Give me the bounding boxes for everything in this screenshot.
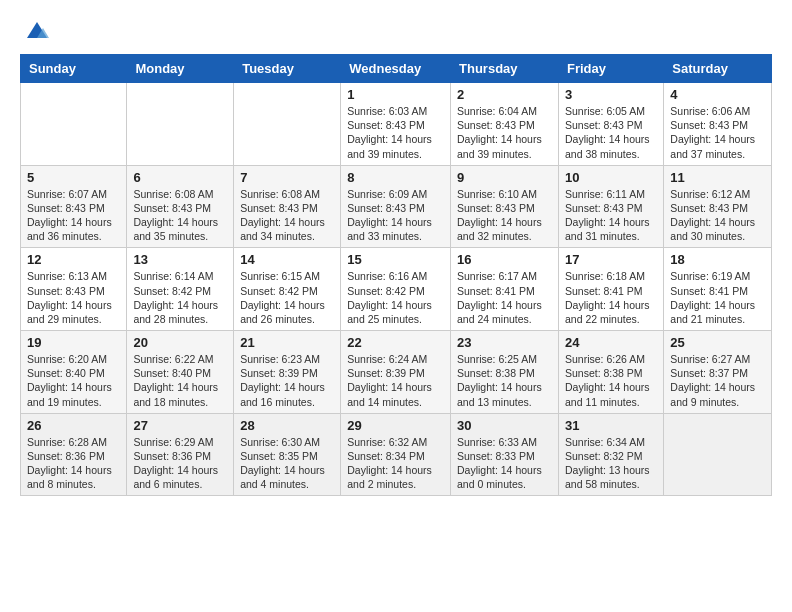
calendar-cell: 6Sunrise: 6:08 AMSunset: 8:43 PMDaylight… (127, 165, 234, 248)
day-info: Sunrise: 6:12 AMSunset: 8:43 PMDaylight:… (670, 187, 765, 244)
calendar-cell: 7Sunrise: 6:08 AMSunset: 8:43 PMDaylight… (234, 165, 341, 248)
day-info: Sunrise: 6:26 AMSunset: 8:38 PMDaylight:… (565, 352, 657, 409)
day-info: Sunrise: 6:24 AMSunset: 8:39 PMDaylight:… (347, 352, 444, 409)
day-info: Sunrise: 6:03 AMSunset: 8:43 PMDaylight:… (347, 104, 444, 161)
day-info: Sunrise: 6:06 AMSunset: 8:43 PMDaylight:… (670, 104, 765, 161)
calendar-cell: 1Sunrise: 6:03 AMSunset: 8:43 PMDaylight… (341, 83, 451, 166)
calendar-cell: 12Sunrise: 6:13 AMSunset: 8:43 PMDayligh… (21, 248, 127, 331)
day-number: 9 (457, 170, 552, 185)
day-number: 25 (670, 335, 765, 350)
week-row-4: 19Sunrise: 6:20 AMSunset: 8:40 PMDayligh… (21, 331, 772, 414)
day-number: 11 (670, 170, 765, 185)
calendar-cell: 11Sunrise: 6:12 AMSunset: 8:43 PMDayligh… (664, 165, 772, 248)
day-number: 7 (240, 170, 334, 185)
day-info: Sunrise: 6:14 AMSunset: 8:42 PMDaylight:… (133, 269, 227, 326)
weekday-header-monday: Monday (127, 55, 234, 83)
day-info: Sunrise: 6:07 AMSunset: 8:43 PMDaylight:… (27, 187, 120, 244)
day-info: Sunrise: 6:34 AMSunset: 8:32 PMDaylight:… (565, 435, 657, 492)
weekday-header-row: SundayMondayTuesdayWednesdayThursdayFrid… (21, 55, 772, 83)
calendar-cell (21, 83, 127, 166)
calendar-cell: 30Sunrise: 6:33 AMSunset: 8:33 PMDayligh… (451, 413, 559, 496)
weekday-header-thursday: Thursday (451, 55, 559, 83)
weekday-header-saturday: Saturday (664, 55, 772, 83)
calendar-cell: 15Sunrise: 6:16 AMSunset: 8:42 PMDayligh… (341, 248, 451, 331)
day-number: 23 (457, 335, 552, 350)
calendar-cell: 9Sunrise: 6:10 AMSunset: 8:43 PMDaylight… (451, 165, 559, 248)
day-info: Sunrise: 6:05 AMSunset: 8:43 PMDaylight:… (565, 104, 657, 161)
weekday-header-tuesday: Tuesday (234, 55, 341, 83)
day-info: Sunrise: 6:17 AMSunset: 8:41 PMDaylight:… (457, 269, 552, 326)
calendar-cell: 28Sunrise: 6:30 AMSunset: 8:35 PMDayligh… (234, 413, 341, 496)
day-number: 5 (27, 170, 120, 185)
day-number: 31 (565, 418, 657, 433)
calendar-cell: 27Sunrise: 6:29 AMSunset: 8:36 PMDayligh… (127, 413, 234, 496)
calendar-cell: 22Sunrise: 6:24 AMSunset: 8:39 PMDayligh… (341, 331, 451, 414)
day-number: 30 (457, 418, 552, 433)
day-number: 21 (240, 335, 334, 350)
day-info: Sunrise: 6:15 AMSunset: 8:42 PMDaylight:… (240, 269, 334, 326)
day-number: 28 (240, 418, 334, 433)
calendar-cell: 14Sunrise: 6:15 AMSunset: 8:42 PMDayligh… (234, 248, 341, 331)
calendar-cell: 17Sunrise: 6:18 AMSunset: 8:41 PMDayligh… (558, 248, 663, 331)
day-info: Sunrise: 6:13 AMSunset: 8:43 PMDaylight:… (27, 269, 120, 326)
calendar-cell: 16Sunrise: 6:17 AMSunset: 8:41 PMDayligh… (451, 248, 559, 331)
day-number: 2 (457, 87, 552, 102)
weekday-header-sunday: Sunday (21, 55, 127, 83)
day-number: 1 (347, 87, 444, 102)
calendar-cell: 10Sunrise: 6:11 AMSunset: 8:43 PMDayligh… (558, 165, 663, 248)
logo-icon (23, 16, 51, 44)
week-row-1: 1Sunrise: 6:03 AMSunset: 8:43 PMDaylight… (21, 83, 772, 166)
calendar-cell: 29Sunrise: 6:32 AMSunset: 8:34 PMDayligh… (341, 413, 451, 496)
calendar-cell: 21Sunrise: 6:23 AMSunset: 8:39 PMDayligh… (234, 331, 341, 414)
calendar-cell: 13Sunrise: 6:14 AMSunset: 8:42 PMDayligh… (127, 248, 234, 331)
header (20, 16, 772, 44)
day-number: 26 (27, 418, 120, 433)
day-info: Sunrise: 6:25 AMSunset: 8:38 PMDaylight:… (457, 352, 552, 409)
calendar-cell: 25Sunrise: 6:27 AMSunset: 8:37 PMDayligh… (664, 331, 772, 414)
day-info: Sunrise: 6:33 AMSunset: 8:33 PMDaylight:… (457, 435, 552, 492)
day-number: 10 (565, 170, 657, 185)
day-number: 20 (133, 335, 227, 350)
calendar-cell (664, 413, 772, 496)
day-number: 15 (347, 252, 444, 267)
day-info: Sunrise: 6:28 AMSunset: 8:36 PMDaylight:… (27, 435, 120, 492)
calendar-cell: 26Sunrise: 6:28 AMSunset: 8:36 PMDayligh… (21, 413, 127, 496)
week-row-2: 5Sunrise: 6:07 AMSunset: 8:43 PMDaylight… (21, 165, 772, 248)
calendar-cell: 8Sunrise: 6:09 AMSunset: 8:43 PMDaylight… (341, 165, 451, 248)
calendar-cell: 20Sunrise: 6:22 AMSunset: 8:40 PMDayligh… (127, 331, 234, 414)
calendar-cell: 3Sunrise: 6:05 AMSunset: 8:43 PMDaylight… (558, 83, 663, 166)
day-number: 4 (670, 87, 765, 102)
day-number: 3 (565, 87, 657, 102)
day-number: 18 (670, 252, 765, 267)
weekday-header-friday: Friday (558, 55, 663, 83)
day-number: 14 (240, 252, 334, 267)
calendar-table: SundayMondayTuesdayWednesdayThursdayFrid… (20, 54, 772, 496)
calendar-cell (127, 83, 234, 166)
day-number: 6 (133, 170, 227, 185)
day-info: Sunrise: 6:29 AMSunset: 8:36 PMDaylight:… (133, 435, 227, 492)
calendar-cell: 23Sunrise: 6:25 AMSunset: 8:38 PMDayligh… (451, 331, 559, 414)
day-number: 29 (347, 418, 444, 433)
day-number: 16 (457, 252, 552, 267)
day-info: Sunrise: 6:04 AMSunset: 8:43 PMDaylight:… (457, 104, 552, 161)
day-number: 24 (565, 335, 657, 350)
day-info: Sunrise: 6:32 AMSunset: 8:34 PMDaylight:… (347, 435, 444, 492)
calendar-cell: 31Sunrise: 6:34 AMSunset: 8:32 PMDayligh… (558, 413, 663, 496)
day-info: Sunrise: 6:11 AMSunset: 8:43 PMDaylight:… (565, 187, 657, 244)
day-number: 22 (347, 335, 444, 350)
logo-text (20, 16, 51, 44)
day-info: Sunrise: 6:27 AMSunset: 8:37 PMDaylight:… (670, 352, 765, 409)
day-number: 13 (133, 252, 227, 267)
calendar-cell: 2Sunrise: 6:04 AMSunset: 8:43 PMDaylight… (451, 83, 559, 166)
logo-area (20, 16, 51, 44)
day-info: Sunrise: 6:10 AMSunset: 8:43 PMDaylight:… (457, 187, 552, 244)
day-info: Sunrise: 6:08 AMSunset: 8:43 PMDaylight:… (133, 187, 227, 244)
calendar-cell: 19Sunrise: 6:20 AMSunset: 8:40 PMDayligh… (21, 331, 127, 414)
weekday-header-wednesday: Wednesday (341, 55, 451, 83)
day-info: Sunrise: 6:22 AMSunset: 8:40 PMDaylight:… (133, 352, 227, 409)
day-info: Sunrise: 6:09 AMSunset: 8:43 PMDaylight:… (347, 187, 444, 244)
week-row-5: 26Sunrise: 6:28 AMSunset: 8:36 PMDayligh… (21, 413, 772, 496)
week-row-3: 12Sunrise: 6:13 AMSunset: 8:43 PMDayligh… (21, 248, 772, 331)
day-number: 17 (565, 252, 657, 267)
day-info: Sunrise: 6:20 AMSunset: 8:40 PMDaylight:… (27, 352, 120, 409)
